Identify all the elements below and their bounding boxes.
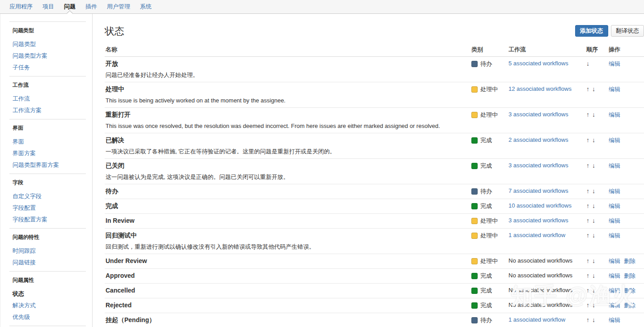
status-row: 已关闭这一问题被认为是完成, 这项决议是正确的。问题已关闭可以重新开放。完成3 … <box>105 158 644 184</box>
move-down-arrow[interactable]: ↓ <box>592 302 595 309</box>
edit-link[interactable]: 编辑 <box>609 272 620 279</box>
name-cell: Under Review <box>105 254 470 268</box>
move-up-arrow[interactable]: ↑ <box>586 316 589 323</box>
edit-link[interactable]: 编辑 <box>609 317 620 323</box>
status-name: 已关闭 <box>106 162 470 169</box>
category-label: 完成 <box>480 302 492 309</box>
edit-link[interactable]: 编辑 <box>609 302 620 309</box>
move-down-arrow[interactable]: ↓ <box>592 162 595 169</box>
add-status-button[interactable]: 添加状态 <box>575 25 608 37</box>
move-up-arrow[interactable]: ↑ <box>586 287 589 294</box>
sidebar-item[interactable]: 自定义字段 <box>9 191 86 202</box>
sidebar-group-header: 问题属性 <box>9 274 86 286</box>
sidebar-item[interactable]: 工作流方案 <box>9 105 86 116</box>
sidebar-item[interactable]: 工作流 <box>9 93 86 105</box>
sidebar-item[interactable]: 问题类型方案 <box>9 50 86 62</box>
move-down-arrow[interactable]: ↓ <box>592 187 595 195</box>
workflow-link[interactable]: 5 associated workflows <box>508 60 568 67</box>
move-up-arrow[interactable]: ↑ <box>586 187 589 195</box>
move-down-arrow[interactable]: ↓ <box>592 217 595 224</box>
delete-link[interactable]: 删除 <box>624 258 636 264</box>
status-name: Cancelled <box>106 287 470 294</box>
sidebar-item[interactable]: 问题链接 <box>9 257 86 268</box>
move-down-arrow[interactable]: ↓ <box>592 202 595 209</box>
move-up-arrow[interactable]: ↑ <box>586 85 589 93</box>
workflow-link[interactable]: 3 associated workflows <box>508 111 568 118</box>
move-down-arrow[interactable]: ↓ <box>592 111 595 118</box>
move-up-arrow[interactable]: ↑ <box>586 136 589 144</box>
name-cell: 回归测试中回归测试，重新进行测试以确认修改没有引入新的错误或导致其他代码产生错误… <box>105 229 470 254</box>
move-up-arrow[interactable]: ↑ <box>586 302 589 309</box>
edit-link[interactable]: 编辑 <box>609 137 620 144</box>
sidebar-item[interactable]: 时间跟踪 <box>9 245 86 257</box>
actions-cell: 编辑 <box>608 133 644 158</box>
move-down-arrow[interactable]: ↓ <box>592 272 595 279</box>
move-up-arrow[interactable]: ↑ <box>586 111 589 118</box>
nav-item[interactable]: 问题 <box>59 0 80 13</box>
move-down-arrow[interactable]: ↓ <box>592 287 595 294</box>
sidebar-item[interactable]: 字段配置方案 <box>9 214 86 225</box>
edit-link[interactable]: 编辑 <box>609 111 620 118</box>
nav-item[interactable]: 用户管理 <box>102 0 135 13</box>
workflow-link[interactable]: 1 associated workflow <box>508 232 565 238</box>
workflow-link[interactable]: 3 associated workflows <box>508 162 568 169</box>
delete-link[interactable]: 删除 <box>624 302 636 309</box>
category-color-swatch <box>471 112 478 118</box>
workflow-link[interactable]: 10 associated workflows <box>508 202 572 209</box>
sidebar-item[interactable]: 界面 <box>9 136 86 148</box>
move-up-arrow[interactable]: ↑ <box>586 217 589 224</box>
translate-status-button[interactable]: 翻译状态 <box>611 25 644 37</box>
sidebar-item[interactable]: 界面方案 <box>9 148 86 159</box>
sidebar-item[interactable]: 解决方式 <box>9 300 86 311</box>
sidebar-item[interactable]: 状态 <box>9 288 86 300</box>
edit-link[interactable]: 编辑 <box>609 162 620 169</box>
move-down-arrow[interactable]: ↓ <box>592 136 595 144</box>
sidebar-item[interactable]: 优先级 <box>9 311 86 323</box>
category-color-swatch <box>471 137 478 144</box>
workflow-link[interactable]: 7 associated workflows <box>508 187 568 194</box>
workflow-text: No associated workflows <box>508 257 572 264</box>
move-up-arrow[interactable]: ↑ <box>586 202 589 209</box>
move-down-arrow[interactable]: ↓ <box>586 60 589 67</box>
move-down-arrow[interactable]: ↓ <box>592 85 595 93</box>
workflow-link[interactable]: 12 associated workflows <box>508 85 572 92</box>
edit-link[interactable]: 编辑 <box>609 287 620 294</box>
workflow-cell: 1 associated workflow <box>508 229 585 254</box>
nav-item[interactable]: 插件 <box>80 0 102 13</box>
workflow-cell: 10 associated workflows <box>508 199 585 213</box>
nav-item[interactable]: 系统 <box>135 0 157 13</box>
delete-link[interactable]: 删除 <box>624 272 636 279</box>
workflow-text: No associated workflows <box>508 302 572 308</box>
sidebar-item[interactable]: 问题类型 <box>9 38 86 50</box>
move-up-arrow[interactable]: ↑ <box>586 272 589 279</box>
workflow-link[interactable]: 1 associated workflow <box>508 316 565 323</box>
move-down-arrow[interactable]: ↓ <box>592 232 595 239</box>
sidebar-item[interactable]: 问题类型界面方案 <box>9 159 86 171</box>
column-header-order: 顺序 <box>585 42 608 56</box>
actions-cell: 编辑 <box>608 199 644 213</box>
edit-link[interactable]: 编辑 <box>609 86 620 93</box>
header-buttons: 添加状态 翻译状态 <box>575 25 644 37</box>
move-down-arrow[interactable]: ↓ <box>592 257 595 264</box>
edit-link[interactable]: 编辑 <box>609 258 620 264</box>
edit-link[interactable]: 编辑 <box>609 60 620 67</box>
move-up-arrow[interactable]: ↑ <box>586 257 589 264</box>
edit-link[interactable]: 编辑 <box>609 203 620 209</box>
move-up-arrow[interactable]: ↑ <box>586 232 589 239</box>
name-cell: 待办 <box>105 184 470 199</box>
move-down-arrow[interactable]: ↓ <box>592 316 595 323</box>
edit-link[interactable]: 编辑 <box>609 188 620 195</box>
edit-link[interactable]: 编辑 <box>609 232 620 239</box>
workflow-link[interactable]: 2 associated workflows <box>508 136 568 143</box>
sidebar-item[interactable]: 字段配置 <box>9 202 86 214</box>
edit-link[interactable]: 编辑 <box>609 217 620 224</box>
delete-link[interactable]: 删除 <box>624 287 636 294</box>
status-row: 挂起（Pending）悬而未决的事项待办1 associated workflo… <box>105 313 644 327</box>
nav-item[interactable]: 项目 <box>38 0 59 13</box>
nav-item[interactable]: 应用程序 <box>4 0 38 13</box>
workflow-cell: 2 associated workflows <box>508 133 585 158</box>
workflow-link[interactable]: 3 associated workflows <box>508 217 568 224</box>
move-up-arrow[interactable]: ↑ <box>586 162 589 169</box>
status-name: In Review <box>106 217 470 224</box>
sidebar-item[interactable]: 子任务 <box>9 62 86 73</box>
